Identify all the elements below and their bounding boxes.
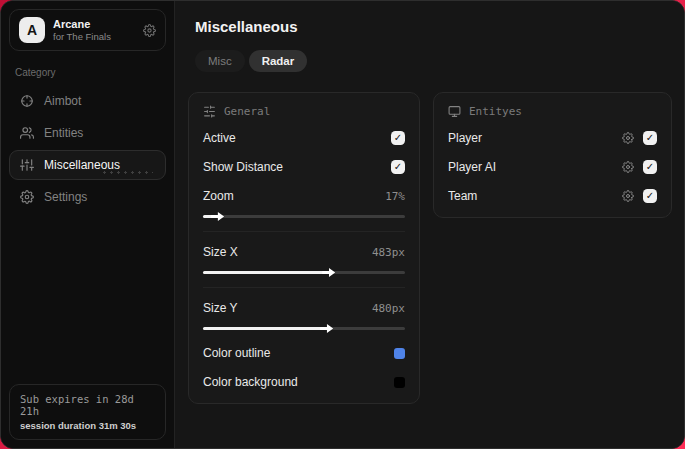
gear-icon[interactable]: [622, 190, 634, 202]
panel-title: General: [224, 105, 270, 118]
color-background-row: Color background: [203, 373, 405, 391]
general-panel-header: General: [203, 105, 405, 118]
toggle-label: Show Distance: [203, 160, 283, 174]
slider-label: Zoom: [203, 189, 234, 203]
size-x-slider[interactable]: [203, 268, 405, 277]
size-x-slider-row: Size X 483px: [203, 243, 405, 261]
general-panel: General Active Show Distance Zoom 17%: [188, 92, 420, 404]
divider: [203, 287, 405, 288]
slider-label: Size Y: [203, 301, 237, 315]
color-outline-swatch[interactable]: [394, 348, 405, 359]
slider-value: 17%: [385, 190, 405, 203]
sidebar-item-label: Miscellaneous: [44, 158, 120, 172]
sidebar-item-label: Entities: [44, 126, 83, 140]
slider-thumb[interactable]: [211, 212, 224, 221]
panels-row: General Active Show Distance Zoom 17%: [188, 92, 672, 404]
entities-panel-header: Entityes: [448, 105, 657, 118]
slider-track[interactable]: [203, 215, 405, 218]
entities-panel: Entityes Player Player AI: [433, 92, 672, 218]
panel-title: Entityes: [469, 105, 522, 118]
tab-bar: Misc Radar: [195, 50, 672, 72]
sliders-horizontal-icon: [203, 105, 216, 118]
active-checkbox[interactable]: [391, 131, 405, 145]
color-background-swatch[interactable]: [394, 377, 405, 388]
app-meta: Arcane for The Finals: [53, 18, 135, 42]
users-icon: [20, 126, 34, 140]
entity-label: Team: [448, 189, 477, 203]
color-label: Color outline: [203, 346, 270, 360]
entity-row-player: Player: [448, 129, 657, 147]
toggle-label: Active: [203, 131, 236, 145]
size-y-slider-row: Size Y 480px: [203, 299, 405, 317]
color-outline-row: Color outline: [203, 344, 405, 362]
app-header-card: A Arcane for The Finals: [9, 9, 166, 51]
tab-misc[interactable]: Misc: [195, 50, 245, 72]
entity-label: Player AI: [448, 160, 496, 174]
slider-thumb[interactable]: [322, 268, 335, 277]
page-title: Miscellaneous: [195, 18, 672, 35]
color-label: Color background: [203, 375, 298, 389]
player-ai-checkbox[interactable]: [643, 160, 657, 174]
subscription-card: Sub expires in 28d 21h session duration …: [9, 384, 166, 440]
gear-icon: [20, 190, 34, 204]
sidebar-item-entities[interactable]: Entities: [9, 118, 166, 148]
show-distance-toggle-row: Show Distance: [203, 158, 405, 176]
slider-value: 483px: [372, 246, 405, 259]
monitor-icon: [448, 105, 461, 118]
sidebar-item-label: Aimbot: [44, 94, 81, 108]
slider-value: 480px: [372, 302, 405, 315]
sidebar-item-aimbot[interactable]: Aimbot: [9, 86, 166, 116]
category-label: Category: [15, 67, 160, 78]
sliders-icon: [20, 158, 34, 172]
gear-icon[interactable]: [143, 24, 156, 37]
crosshair-icon: [20, 94, 34, 108]
sidebar-item-settings[interactable]: Settings: [9, 182, 166, 212]
app-window: A Arcane for The Finals Category Aimbot: [0, 0, 685, 449]
entity-row-player-ai: Player AI: [448, 158, 657, 176]
zoom-slider[interactable]: [203, 212, 405, 221]
main-content: Miscellaneous Misc Radar General Active: [175, 1, 685, 448]
app-logo: A: [19, 17, 45, 43]
gear-icon[interactable]: [622, 132, 634, 144]
gear-icon[interactable]: [622, 161, 634, 173]
sidebar: A Arcane for The Finals Category Aimbot: [1, 1, 175, 448]
team-checkbox[interactable]: [643, 189, 657, 203]
player-checkbox[interactable]: [643, 131, 657, 145]
entity-label: Player: [448, 131, 482, 145]
sidebar-item-label: Settings: [44, 190, 87, 204]
slider-fill: [203, 271, 326, 274]
sidebar-nav: Aimbot Entities Miscellaneous Settings: [9, 86, 166, 212]
zoom-slider-row: Zoom 17%: [203, 187, 405, 205]
slider-label: Size X: [203, 245, 238, 259]
slider-fill: [203, 327, 324, 330]
divider: [203, 231, 405, 232]
app-subtitle: for The Finals: [53, 31, 135, 42]
size-y-slider[interactable]: [203, 324, 405, 333]
session-duration-text: session duration 31m 30s: [20, 420, 155, 431]
slider-thumb[interactable]: [320, 324, 333, 333]
sub-expiry-text: Sub expires in 28d 21h: [20, 393, 155, 417]
active-toggle-row: Active: [203, 129, 405, 147]
entity-row-team: Team: [448, 187, 657, 205]
app-title: Arcane: [53, 18, 135, 30]
show-distance-checkbox[interactable]: [391, 160, 405, 174]
sidebar-item-miscellaneous[interactable]: Miscellaneous: [9, 150, 166, 180]
tab-radar[interactable]: Radar: [249, 50, 308, 72]
